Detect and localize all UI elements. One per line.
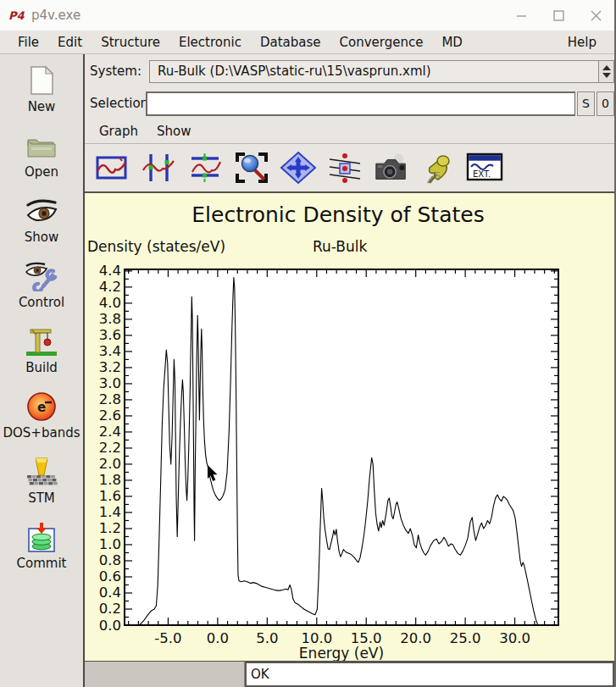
y-tick-label: 2.4 bbox=[99, 424, 121, 440]
new-file-icon bbox=[28, 63, 55, 98]
graph-plot-icon[interactable] bbox=[93, 148, 130, 187]
graph-show-menubar: GraphShow bbox=[85, 119, 614, 144]
sidebar-item-control[interactable]: Control bbox=[0, 258, 83, 324]
spin-down-icon[interactable] bbox=[602, 73, 611, 78]
system-label: System: bbox=[90, 64, 144, 79]
y-tick-label: 2.8 bbox=[99, 391, 121, 407]
sidebar-item-label: STM bbox=[28, 490, 55, 506]
app-window: P4 p4v.exe FileEditStructureElectronicDa… bbox=[0, 0, 616, 687]
chart-title: Electronic Density of States bbox=[191, 202, 484, 227]
x-tick-label: 25.0 bbox=[450, 630, 481, 646]
sidebar-item-open[interactable]: Open bbox=[0, 128, 83, 193]
y-tick-label: 1.0 bbox=[99, 536, 121, 552]
sidebar-item-label: Build bbox=[25, 360, 58, 375]
x-tick-label: 30.0 bbox=[499, 630, 530, 646]
window-title: p4v.exe bbox=[31, 8, 80, 23]
ext-viewer-icon[interactable]: EXT. bbox=[466, 148, 503, 187]
y-tick-label: 2.6 bbox=[99, 407, 121, 424]
chart-annotation: Ru-Bulk bbox=[313, 238, 368, 255]
y-tick-label: 3.0 bbox=[99, 375, 121, 391]
system-spinner[interactable] bbox=[599, 60, 614, 83]
status-bar: OK bbox=[85, 661, 614, 687]
menu-structure[interactable]: Structure bbox=[92, 32, 169, 53]
selection-buttons: S0 bbox=[575, 91, 614, 116]
sidebar-item-new[interactable]: New bbox=[0, 63, 83, 128]
y-tick-label: 2.2 bbox=[99, 440, 121, 456]
selection-row: Selection: S0 bbox=[85, 88, 614, 119]
sidebar-item-stm[interactable]: STM bbox=[0, 454, 83, 519]
sidebar-item-label: Show bbox=[25, 230, 58, 245]
menu-bar: FileEditStructureElectronicDatabaseConve… bbox=[0, 30, 614, 54]
x-tick-label: -5.0 bbox=[154, 630, 181, 646]
y-tick-label: 0.8 bbox=[99, 552, 121, 568]
y-tick-label: 4.0 bbox=[99, 295, 121, 311]
svg-text:e: e bbox=[37, 400, 46, 415]
system-combobox[interactable]: Ru-Bulk (D:\VASP\static-ru\15\vasprun.xm… bbox=[149, 60, 599, 83]
selection-label: Selection: bbox=[90, 96, 144, 111]
selection-input[interactable] bbox=[146, 91, 575, 116]
zoom-lens-icon[interactable] bbox=[233, 148, 270, 187]
menu-database[interactable]: Database bbox=[251, 32, 330, 53]
x-tick-label: 5.0 bbox=[256, 630, 278, 646]
sidebar-item-label: DOS+bands bbox=[3, 425, 80, 440]
system-row: System: Ru-Bulk (D:\VASP\static-ru\15\va… bbox=[85, 54, 614, 88]
y-sections-icon[interactable] bbox=[186, 148, 224, 187]
y-tick-label: 0.2 bbox=[99, 601, 121, 617]
y-tick-label: 0.0 bbox=[99, 618, 121, 634]
chart-xlabel: Energy (eV) bbox=[299, 645, 384, 661]
plot-area[interactable] bbox=[125, 269, 558, 625]
status-message: OK bbox=[245, 662, 614, 687]
sidebar-item-build[interactable]: Build bbox=[0, 324, 83, 389]
y-tick-label: 2.0 bbox=[99, 456, 121, 472]
menu-edit[interactable]: Edit bbox=[48, 32, 92, 53]
menu-md[interactable]: MD bbox=[432, 32, 472, 53]
camera-export-icon[interactable] bbox=[373, 148, 410, 187]
svg-text:S: S bbox=[435, 170, 441, 181]
control-eye-wrench-icon bbox=[25, 258, 58, 294]
spin-up-icon[interactable] bbox=[602, 65, 611, 70]
y-tick-label: 0.6 bbox=[99, 568, 121, 585]
pin-publish-icon[interactable]: S bbox=[419, 148, 457, 187]
y-tick-label: 3.6 bbox=[99, 327, 121, 343]
selection-button-s[interactable]: S bbox=[577, 91, 595, 116]
y-tick-label: 1.2 bbox=[99, 520, 121, 536]
sidebar-item-label: Open bbox=[25, 164, 58, 180]
svg-text:EXT.: EXT. bbox=[473, 169, 491, 179]
pan-arrows-icon[interactable] bbox=[280, 148, 317, 187]
y-tick-label: 0.4 bbox=[99, 585, 121, 601]
sidebar-item-show[interactable]: Show bbox=[0, 193, 83, 258]
build-crane-icon bbox=[25, 324, 58, 359]
commit-disks-icon bbox=[25, 519, 58, 555]
y-tick-label: 3.8 bbox=[99, 311, 121, 327]
stm-tip-icon bbox=[25, 454, 58, 490]
sidebar-item-dos-bands[interactable]: eDOS+bands bbox=[0, 389, 83, 454]
maximize-button[interactable] bbox=[540, 0, 577, 30]
sidebar: NewOpenShowControlBuildeDOS+bandsSTMComm… bbox=[0, 54, 85, 687]
show-eye-icon bbox=[25, 193, 58, 229]
menu-convergence[interactable]: Convergence bbox=[330, 32, 432, 53]
x-tick-label: 0.0 bbox=[207, 630, 229, 646]
selection-button-0[interactable]: 0 bbox=[597, 91, 614, 116]
menu-electronic[interactable]: Electronic bbox=[169, 32, 251, 53]
sidebar-item-label: New bbox=[28, 99, 56, 114]
status-left-pane bbox=[85, 662, 245, 687]
menu-file[interactable]: File bbox=[8, 32, 48, 53]
title-bar: P4 p4v.exe bbox=[0, 0, 614, 30]
tab-show[interactable]: Show bbox=[147, 120, 200, 142]
minimize-button[interactable] bbox=[502, 0, 540, 30]
dos-chart-panel: Electronic Density of StatesDensity (sta… bbox=[85, 193, 614, 661]
dos-chart-svg[interactable]: Electronic Density of StatesDensity (sta… bbox=[85, 193, 615, 661]
sidebar-item-label: Control bbox=[19, 295, 64, 310]
x-sections-icon[interactable] bbox=[140, 148, 177, 187]
y-tick-label: 1.8 bbox=[99, 472, 121, 488]
y-tick-label: 1.4 bbox=[99, 504, 121, 520]
point-select-icon[interactable] bbox=[326, 148, 363, 187]
plot-toolbar: SEXT. bbox=[85, 144, 614, 193]
x-tick-label: 20.0 bbox=[400, 630, 431, 646]
tab-graph[interactable]: Graph bbox=[90, 120, 147, 142]
menu-help[interactable]: Help bbox=[558, 32, 606, 53]
y-tick-label: 3.4 bbox=[99, 343, 121, 359]
sidebar-item-commit[interactable]: Commit bbox=[0, 519, 83, 585]
close-button[interactable] bbox=[577, 0, 614, 30]
menu-items: FileEditStructureElectronicDatabaseConve… bbox=[8, 32, 472, 53]
